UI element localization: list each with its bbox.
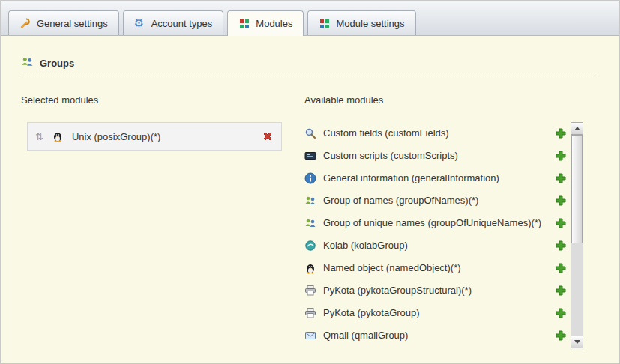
available-module-row: General information (generalInformation) <box>304 167 567 189</box>
scrollbar-up-arrow[interactable] <box>571 123 583 135</box>
remove-module-button[interactable] <box>262 130 274 142</box>
groups-icon <box>21 55 34 70</box>
available-module-label: Custom fields (customFields) <box>316 127 555 139</box>
groups-section-header: Groups <box>21 55 583 70</box>
drag-handle-icon[interactable]: ⇅ <box>35 131 43 142</box>
selected-module-label: Unix (posixGroup)(*) <box>72 131 253 142</box>
available-module-row: Group of names (groupOfNames)(*) <box>304 189 567 212</box>
tab-account-types[interactable]: ⚙ Account types <box>123 10 224 35</box>
available-module-row: PyKota (pykotaGroupStructural)(*) <box>304 279 567 302</box>
available-module-row: Qmail (qmailGroup) <box>304 324 567 347</box>
tab-label: Account types <box>151 18 213 29</box>
scrollbar-down-arrow[interactable] <box>571 336 583 348</box>
available-module-label: General information (generalInformation) <box>316 172 555 184</box>
modules-blocks-icon <box>238 17 250 29</box>
available-module-label: Custom scripts (customScripts) <box>316 150 555 162</box>
script-icon <box>304 150 316 162</box>
add-module-button[interactable] <box>555 307 567 319</box>
available-module-row: Custom scripts (customScripts) <box>304 145 567 167</box>
triangle-down-icon <box>574 340 580 344</box>
tux-icon <box>304 262 316 274</box>
printer-icon <box>304 285 316 297</box>
modules-tab-content: Groups Selected modules ⇅ Unix (posixGro… <box>1 36 619 348</box>
printer-icon <box>304 307 316 319</box>
available-module-label: PyKota (pykotaGroup) <box>316 307 555 319</box>
tab-label: Module settings <box>336 18 404 29</box>
group-icon <box>304 195 316 207</box>
available-module-row: Group of unique names (groupOfUniqueName… <box>304 212 567 234</box>
lam-configuration-window: General settings ⚙ Account types Modules… <box>0 0 620 364</box>
tab-label: General settings <box>37 18 108 29</box>
tab-bar: General settings ⚙ Account types Modules… <box>1 1 619 36</box>
add-module-button[interactable] <box>555 195 567 207</box>
scrollbar-thumb[interactable] <box>571 135 583 243</box>
available-module-row: Custom fields (customFields) <box>304 122 567 145</box>
selected-modules-list: ⇅ Unix (posixGroup)(*) <box>27 122 282 151</box>
add-module-button[interactable] <box>555 127 567 139</box>
available-module-label: PyKota (pykotaGroupStructural)(*) <box>316 285 555 297</box>
available-module-label: Kolab (kolabGroup) <box>316 240 555 252</box>
info-icon <box>304 172 316 184</box>
tab-modules[interactable]: Modules <box>227 10 304 36</box>
section-divider <box>21 76 598 76</box>
available-modules-scrollbar[interactable] <box>571 122 583 348</box>
available-modules-column: Available modules Custom fields (customF… <box>304 94 583 348</box>
available-modules-scroll-area: Custom fields (customFields) Custom scri… <box>304 122 583 348</box>
selected-modules-heading: Selected modules <box>21 94 304 106</box>
available-module-label: Qmail (qmailGroup) <box>316 330 555 342</box>
available-modules-list: Custom fields (customFields) Custom scri… <box>304 122 567 347</box>
mail-icon <box>304 330 316 342</box>
add-module-button[interactable] <box>555 172 567 184</box>
group-icon <box>304 217 316 229</box>
kolab-icon <box>304 240 316 252</box>
available-module-row: Named object (namedObject)(*) <box>304 257 567 279</box>
add-module-button[interactable] <box>555 262 567 274</box>
available-module-label: Group of unique names (groupOfUniqueName… <box>316 217 555 229</box>
add-module-button[interactable] <box>555 150 567 162</box>
tux-icon <box>52 130 64 142</box>
available-module-label: Named object (namedObject)(*) <box>316 262 555 274</box>
module-columns: Selected modules ⇅ Unix (posixGroup)(*) <box>21 94 583 348</box>
available-modules-heading: Available modules <box>304 94 583 106</box>
add-module-button[interactable] <box>555 217 567 229</box>
tab-general-settings[interactable]: General settings <box>8 10 119 35</box>
tab-module-settings[interactable]: Module settings <box>307 10 415 35</box>
add-module-button[interactable] <box>555 330 567 342</box>
triangle-up-icon <box>574 127 580 130</box>
groups-section-title: Groups <box>40 58 74 69</box>
gear-icon: ⚙ <box>134 17 146 29</box>
magnifier-icon <box>304 127 316 139</box>
available-module-row: Kolab (kolabGroup) <box>304 234 567 257</box>
wrench-icon <box>19 17 31 29</box>
modules-blocks-icon <box>319 17 331 29</box>
selected-module-row[interactable]: ⇅ Unix (posixGroup)(*) <box>27 122 282 151</box>
available-module-row: PyKota (pykotaGroup) <box>304 302 567 324</box>
add-module-button[interactable] <box>555 240 567 252</box>
selected-modules-column: Selected modules ⇅ Unix (posixGroup)(*) <box>21 94 304 348</box>
tab-label: Modules <box>256 18 292 29</box>
available-module-label: Group of names (groupOfNames)(*) <box>316 195 555 207</box>
add-module-button[interactable] <box>555 285 567 297</box>
